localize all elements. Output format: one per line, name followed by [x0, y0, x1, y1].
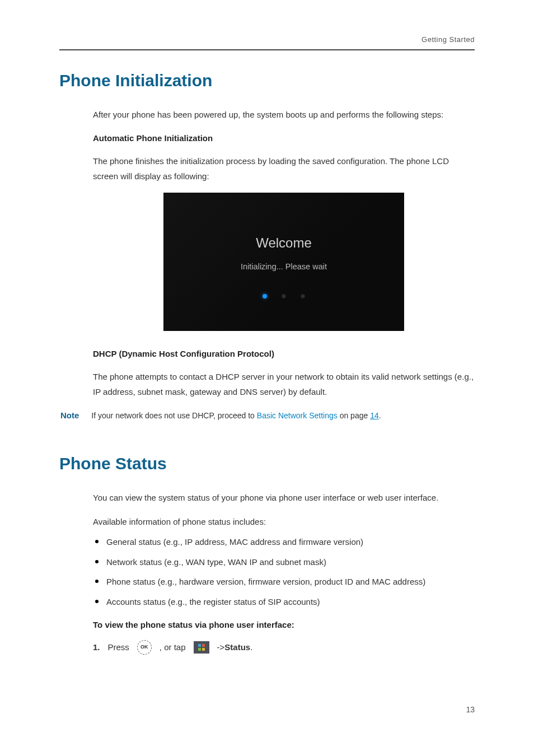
svg-rect-3	[202, 648, 205, 651]
subhead-howto-view-status: To view the phone status via phone user …	[93, 618, 475, 632]
lcd-progress-dots	[163, 294, 404, 331]
ok-button-icon: OK	[137, 640, 152, 655]
link-page-14[interactable]: 14	[370, 411, 379, 420]
status-available-paragraph: Available information of phone status in…	[93, 514, 475, 529]
note-text-prefix: If your network does not use DHCP, proce…	[91, 411, 256, 420]
step-text-or-tap: , or tap	[160, 640, 186, 655]
svg-rect-0	[198, 644, 201, 647]
status-intro-paragraph: You can view the system status of your p…	[93, 490, 475, 505]
note-body: If your network does not use DHCP, proce…	[91, 410, 381, 422]
section-title-phone-status: Phone Status	[59, 449, 475, 478]
note-block: Note If your network does not use DHCP, …	[60, 408, 475, 423]
section-title-phone-initialization: Phone Initialization	[59, 66, 475, 95]
apps-grid-icon	[194, 641, 209, 654]
step-1-row: 1. Press OK , or tap ->Status.	[93, 640, 475, 655]
subhead-dhcp: DHCP (Dynamic Host Configuration Protoco…	[93, 347, 475, 361]
intro-paragraph: After your phone has been powered up, th…	[93, 107, 475, 122]
step-status-word: Status	[224, 642, 250, 652]
list-item: Accounts status (e.g., the register stat…	[93, 595, 475, 609]
subhead-auto-init: Automatic Phone Initialization	[93, 131, 475, 146]
header-rule	[59, 49, 475, 50]
running-header: Getting Started	[59, 34, 475, 49]
note-text-suffix: .	[379, 411, 381, 420]
step-period: .	[250, 642, 252, 652]
step-number: 1.	[93, 640, 100, 655]
svg-rect-1	[202, 644, 205, 647]
dhcp-paragraph: The phone attempts to contact a DHCP ser…	[93, 369, 475, 399]
lcd-initializing-text: Initializing... Please wait	[163, 260, 404, 274]
step-text-press: Press	[108, 640, 129, 655]
status-bullet-list: General status (e.g., IP address, MAC ad…	[93, 535, 475, 609]
progress-dot-icon	[282, 294, 286, 298]
link-basic-network-settings[interactable]: Basic Network Settings	[257, 411, 338, 420]
progress-dot-icon	[301, 294, 305, 298]
note-text-middle: on page	[340, 411, 371, 420]
svg-rect-2	[198, 648, 201, 651]
list-item: Phone status (e.g., hardware version, fi…	[93, 575, 475, 589]
list-item: Network status (e.g., WAN type, WAN IP a…	[93, 555, 475, 570]
auto-init-paragraph: The phone finishes the initialization pr…	[93, 153, 475, 184]
list-item: General status (e.g., IP address, MAC ad…	[93, 535, 475, 549]
lcd-welcome-text: Welcome	[163, 231, 404, 255]
progress-dot-icon	[263, 294, 267, 298]
note-label: Note	[60, 408, 79, 423]
step-arrow: ->	[217, 642, 225, 652]
phone-lcd-mock: Welcome Initializing... Please wait	[163, 193, 404, 331]
